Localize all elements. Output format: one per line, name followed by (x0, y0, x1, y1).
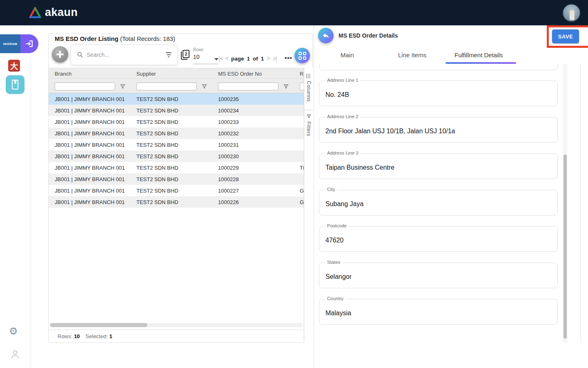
table-row[interactable]: JB001 | JIMMY BRANCH 001TEST2 SDN BHD100… (49, 128, 304, 139)
tab-main[interactable]: Main (341, 52, 354, 58)
of-word: of (253, 56, 258, 62)
app-tile-ingram[interactable]: INGRAM (0, 34, 20, 53)
table-row[interactable]: JB001 | JIMMY BRANCH 001TEST2 SDN BHD100… (49, 93, 304, 105)
cell-branch: JB001 | JIMMY BRANCH 001 (55, 119, 125, 125)
col-header-supplier[interactable]: Supplier (136, 71, 156, 77)
search-filter-icon[interactable] (166, 52, 172, 57)
form-field-address-line-1[interactable]: Address Line 1No. 24B (319, 81, 558, 106)
back-arrow-icon (322, 31, 330, 40)
cell-remarks: GS (300, 188, 304, 194)
cell-supplier: TEST2 SDN BHD (136, 96, 178, 102)
user-avatar[interactable] (562, 4, 581, 22)
cell-branch: JB001 | JIMMY BRANCH 001 (55, 199, 125, 205)
col-header-order-no[interactable]: MS ESD Order No (218, 71, 262, 77)
cell-order-no: 1000228 (218, 176, 239, 182)
total-records: (Total Records: 183) (120, 35, 175, 42)
vertical-scrollbar-thumb[interactable] (564, 155, 567, 339)
cell-supplier: TEST2 SDN BHD (136, 153, 178, 159)
order-details-panel: MS ESD Order Details SAVE MainLine Items… (314, 25, 588, 368)
door-icon (12, 80, 18, 90)
form-field-partial[interactable] (319, 64, 558, 70)
horizontal-scrollbar[interactable] (49, 323, 303, 327)
form-field-country[interactable]: CountryMalaysia (319, 299, 558, 325)
panel-inner-divider (580, 64, 581, 343)
vertical-scrollbar[interactable] (563, 64, 568, 343)
details-title: MS ESD Order Details (339, 32, 398, 39)
app-tile-red[interactable]: 大 (8, 60, 20, 72)
form-field-postcode[interactable]: Postcode47620 (319, 226, 558, 252)
field-label: Address Line 2 (325, 114, 361, 119)
col-header-remarks[interactable]: Re (300, 71, 304, 77)
rows-per-page-select[interactable]: Rows 10 (193, 47, 218, 64)
filter-funnel-icon[interactable] (201, 83, 207, 90)
form-field-address-line-2[interactable]: Address Line 22nd Floor Jalan USJ 10/1B,… (319, 117, 558, 143)
next-page-button[interactable]: > (267, 55, 270, 62)
ingram-label: INGRAM (3, 42, 18, 46)
grid-view-button[interactable] (294, 48, 310, 63)
user-profile-icon[interactable] (10, 349, 20, 360)
table-row[interactable]: JB001 | JIMMY BRANCH 001TEST2 SDN BHD100… (49, 162, 304, 173)
back-button[interactable] (318, 28, 334, 43)
filters-side-tab[interactable]: Filters (304, 114, 313, 136)
side-strip-divider (304, 110, 313, 110)
filter-input-remarks[interactable] (300, 83, 304, 90)
filter-funnel-icon[interactable] (283, 83, 289, 90)
table-row[interactable]: JB001 | JIMMY BRANCH 001TEST2 SDN BHD100… (49, 105, 304, 116)
login-arrow-icon (25, 39, 34, 48)
cell-order-no: 1000234 (218, 108, 239, 114)
field-label: Country (325, 296, 345, 301)
tab-line-items[interactable]: Line Items (398, 52, 426, 58)
filter-input-branch[interactable] (55, 83, 115, 90)
table-row[interactable]: JB001 | JIMMY BRANCH 001TEST2 SDN BHD100… (49, 173, 304, 185)
table-row[interactable]: JB001 | JIMMY BRANCH 001TEST2 SDN BHD100… (49, 185, 304, 196)
horizontal-scrollbar-thumb[interactable] (50, 323, 147, 327)
field-label: States (325, 260, 343, 265)
footer-rows-label: Rows: (58, 333, 72, 339)
cell-branch: JB001 | JIMMY BRANCH 001 (55, 130, 125, 137)
table-row[interactable]: JB001 | JIMMY BRANCH 001TEST2 SDN BHD100… (49, 150, 304, 162)
search-input[interactable] (87, 52, 163, 58)
pages-count-icon[interactable]: 2 (181, 50, 191, 60)
cell-order-no: 1000227 (218, 188, 239, 194)
table-row[interactable]: JB001 | JIMMY BRANCH 001TEST2 SDN BHD100… (49, 116, 304, 128)
top-app-bar: akaun (0, 0, 588, 25)
last-page-button[interactable]: >| (272, 55, 276, 62)
grid-icon (298, 52, 306, 60)
total-pages: 1 (261, 56, 264, 62)
add-record-button[interactable] (52, 46, 68, 63)
cell-branch: JB001 | JIMMY BRANCH 001 (55, 108, 125, 114)
cell-supplier: TEST2 SDN BHD (136, 119, 178, 125)
table-row[interactable]: JB001 | JIMMY BRANCH 001TEST2 SDN BHD100… (49, 139, 304, 150)
filter-input-order-no[interactable] (218, 83, 278, 90)
cell-order-no: 1000229 (218, 165, 239, 171)
col-header-branch[interactable]: Branch (55, 71, 71, 77)
filter-funnel-icon[interactable] (120, 83, 126, 90)
cell-branch: JB001 | JIMMY BRANCH 001 (55, 96, 125, 102)
current-page: 1 (247, 56, 250, 62)
first-page-button[interactable]: |< (218, 55, 223, 62)
field-value: No. 24B (325, 91, 349, 99)
tab-fulfillment-details[interactable]: Fulfillment Details (454, 52, 503, 58)
cell-order-no: 1000235 (218, 96, 239, 102)
table-row[interactable]: JB001 | JIMMY BRANCH 001TEST2 SDN BHD100… (49, 196, 304, 208)
app-tile-teal[interactable] (6, 75, 24, 94)
more-options-button[interactable]: ••• (285, 54, 292, 61)
field-label: Address Line 1 (325, 78, 361, 83)
footer-selected-label: Selected: (86, 333, 108, 339)
table-header-row: Branch Supplier MS ESD Order No Re (49, 68, 304, 79)
rows-label: Rows (193, 47, 218, 52)
filter-input-supplier[interactable] (136, 83, 197, 90)
form-field-states[interactable]: StatesSelangor (319, 263, 558, 288)
field-label: City (325, 187, 337, 192)
field-value: 47620 (325, 237, 344, 244)
settings-gear-icon[interactable]: ⚙ (9, 326, 18, 336)
form-field-city[interactable]: CitySubang Jaya (319, 190, 558, 215)
field-value: Selangor (325, 273, 352, 280)
cell-supplier: TEST2 SDN BHD (136, 188, 178, 194)
form-field-address-line-3[interactable]: Address Line 3Taipan Business Centre (319, 153, 558, 179)
order-listing-card: MS ESD Order Listing (Total Records: 183… (48, 34, 313, 343)
page-word: page (231, 56, 244, 62)
prev-page-button[interactable]: < (225, 55, 228, 62)
app-rail: INGRAM 大 ⚙ (0, 25, 31, 368)
columns-side-tab[interactable]: Columns (304, 74, 313, 102)
